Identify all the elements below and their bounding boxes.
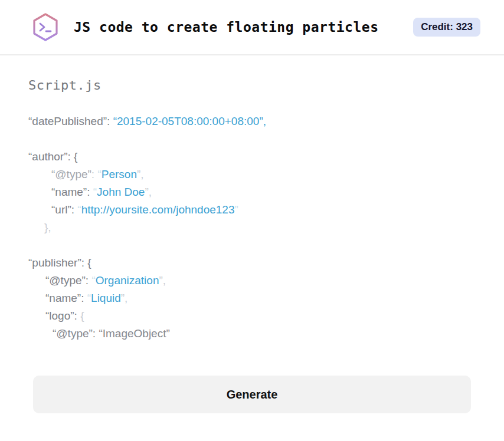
code-segment: : bbox=[74, 310, 81, 322]
code-segment: http://yoursite.com/johndoe123 bbox=[81, 203, 235, 216]
code-segment: “2015-02-05T08:00:00+08:00”, bbox=[113, 115, 266, 127]
code-segment: “name” bbox=[51, 186, 87, 198]
file-name: Script.js bbox=[28, 78, 476, 93]
code-line: “url”: “http://yoursite.com/johndoe123” bbox=[28, 201, 476, 219]
code-segment: : bbox=[86, 274, 92, 287]
code-line: “logo”: { bbox=[28, 307, 476, 325]
code-segment: “datePublished” bbox=[28, 115, 107, 127]
code-panel: Script.js “datePublished”: “2015-02-05T0… bbox=[0, 78, 504, 413]
code-segment: “name” bbox=[45, 292, 81, 304]
header: JS code to create floating particles Cre… bbox=[0, 0, 504, 55]
code-segment: : bbox=[81, 292, 87, 304]
code-segment: Liquid bbox=[91, 292, 121, 304]
code-segment: : { bbox=[68, 150, 78, 163]
code-segment: “url” bbox=[51, 203, 71, 216]
code-segment: John Doe bbox=[97, 186, 145, 198]
code-line: “author”: { bbox=[28, 148, 476, 166]
app-window: JS code to create floating particles Cre… bbox=[0, 0, 504, 441]
code-line: “@type”: “Person”, bbox=[28, 166, 476, 183]
hexagon-outline bbox=[34, 14, 57, 40]
code-line: “name”: “John Doe”, bbox=[28, 183, 476, 201]
code-line: “publisher”: { bbox=[28, 254, 476, 272]
header-left: JS code to create floating particles bbox=[32, 12, 379, 42]
code-segment: “author” bbox=[28, 150, 68, 163]
code-segment: “@type” bbox=[51, 168, 91, 180]
code-segment: Organization bbox=[96, 274, 159, 287]
code-block: “datePublished”: “2015-02-05T08:00:00+08… bbox=[28, 113, 476, 343]
code-line: “datePublished”: “2015-02-05T08:00:00+08… bbox=[28, 113, 476, 130]
code-segment: ”, bbox=[121, 292, 128, 304]
code-segment: ”, bbox=[145, 186, 152, 198]
prompt-chevron bbox=[40, 24, 44, 31]
code-segment: Person bbox=[102, 168, 137, 180]
code-segment: ”, bbox=[137, 168, 144, 180]
code-segment: : bbox=[87, 186, 93, 198]
code-segment: “publisher” bbox=[28, 256, 81, 269]
credit-badge: Credit: 323 bbox=[413, 18, 480, 37]
code-segment: : bbox=[71, 203, 78, 216]
code-segment: }, bbox=[44, 221, 51, 233]
code-segment: ”, bbox=[159, 274, 166, 287]
page-title: JS code to create floating particles bbox=[74, 19, 379, 35]
terminal-prompt-hexagon-icon bbox=[32, 12, 58, 42]
code-line: “@type”: “Organization”, bbox=[28, 272, 476, 289]
code-segment: “logo” bbox=[45, 310, 74, 322]
code-segment: : bbox=[107, 115, 113, 127]
code-line: “name”: “Liquid”, bbox=[28, 289, 476, 307]
code-segment: “@type”: “ImageObject” bbox=[53, 327, 170, 340]
code-segment: ” bbox=[235, 203, 238, 216]
code-segment: { bbox=[80, 310, 84, 322]
code-line: }, bbox=[28, 219, 476, 236]
code-line: “@type”: “ImageObject” bbox=[28, 325, 476, 343]
code-segment: “@type” bbox=[45, 274, 86, 287]
code-segment: : { bbox=[81, 256, 91, 269]
code-segment: : bbox=[91, 168, 98, 180]
generate-button[interactable]: Generate bbox=[33, 376, 471, 413]
